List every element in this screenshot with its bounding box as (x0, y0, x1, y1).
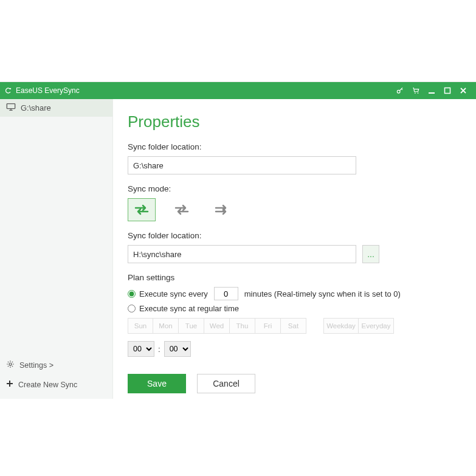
radio-every-suffix: minutes (Real-timely sync when it is set… (244, 289, 401, 298)
minimize-icon[interactable] (424, 82, 440, 99)
radio-execute-every[interactable] (128, 290, 136, 298)
svg-point-2 (418, 92, 419, 94)
sidebar-create-new[interactable]: Create New Sync (0, 375, 112, 394)
radio-execute-regular[interactable] (128, 305, 136, 312)
svg-point-0 (397, 90, 400, 93)
app-window: EaseUS EverySync (0, 81, 476, 399)
sync-mode-mirror-left[interactable] (208, 198, 236, 221)
day-fri[interactable]: Fri (255, 318, 281, 334)
day-tue[interactable]: Tue (179, 318, 204, 334)
cart-icon[interactable] (408, 82, 424, 99)
svg-point-6 (9, 363, 12, 365)
sidebar-settings[interactable]: Settings > (0, 355, 112, 375)
gear-icon (6, 360, 15, 370)
time-colon: : (158, 345, 160, 354)
content-panel: Properties Sync folder location: Sync mo… (113, 99, 476, 399)
target-location-label: Sync folder location: (128, 231, 461, 240)
sidebar-item-sync-task[interactable]: G:\share (0, 99, 112, 117)
maximize-icon[interactable] (440, 82, 455, 99)
target-location-input[interactable] (128, 245, 356, 263)
day-mon[interactable]: Mon (153, 318, 179, 334)
key-icon[interactable] (392, 82, 408, 99)
cancel-button[interactable]: Cancel (197, 374, 255, 393)
sync-mode-mirror-right[interactable] (168, 198, 196, 221)
svg-rect-4 (445, 88, 450, 94)
sidebar-item-label: G:\share (21, 103, 51, 112)
browse-button[interactable]: ... (362, 245, 379, 263)
monitor-icon (6, 103, 16, 113)
source-location-input[interactable] (128, 156, 356, 174)
hour-select[interactable]: 00 (128, 341, 154, 357)
sidebar-settings-label: Settings > (19, 361, 53, 370)
svg-point-1 (415, 92, 416, 94)
save-button[interactable]: Save (128, 374, 186, 393)
sidebar-create-label: Create New Sync (18, 381, 77, 389)
radio-every-prefix: Execute sync every (139, 289, 208, 298)
sync-mode-two-way[interactable] (128, 198, 156, 221)
close-icon[interactable] (455, 82, 471, 99)
day-weekday[interactable]: Weekday (323, 318, 359, 334)
day-everyday[interactable]: Everyday (359, 318, 394, 334)
plan-settings-label: Plan settings (128, 273, 461, 282)
day-wed[interactable]: Wed (204, 318, 230, 334)
app-title: EaseUS EverySync (16, 86, 80, 95)
plus-icon (6, 380, 13, 389)
interval-minutes-input[interactable] (214, 287, 238, 300)
titlebar: EaseUS EverySync (0, 82, 476, 99)
day-sat[interactable]: Sat (281, 318, 306, 334)
svg-rect-5 (7, 104, 15, 109)
sync-mode-label: Sync mode: (128, 184, 461, 193)
source-location-label: Sync folder location: (128, 142, 461, 151)
svg-rect-3 (429, 92, 435, 94)
app-logo-icon (4, 86, 12, 95)
page-title: Properties (128, 112, 461, 131)
day-sun[interactable]: Sun (128, 318, 153, 334)
minute-select[interactable]: 00 (164, 341, 191, 357)
sidebar: G:\share Settings > Create New Syn (0, 99, 113, 399)
day-thu[interactable]: Thu (230, 318, 255, 334)
radio-regular-label: Execute sync at regular time (139, 304, 239, 313)
